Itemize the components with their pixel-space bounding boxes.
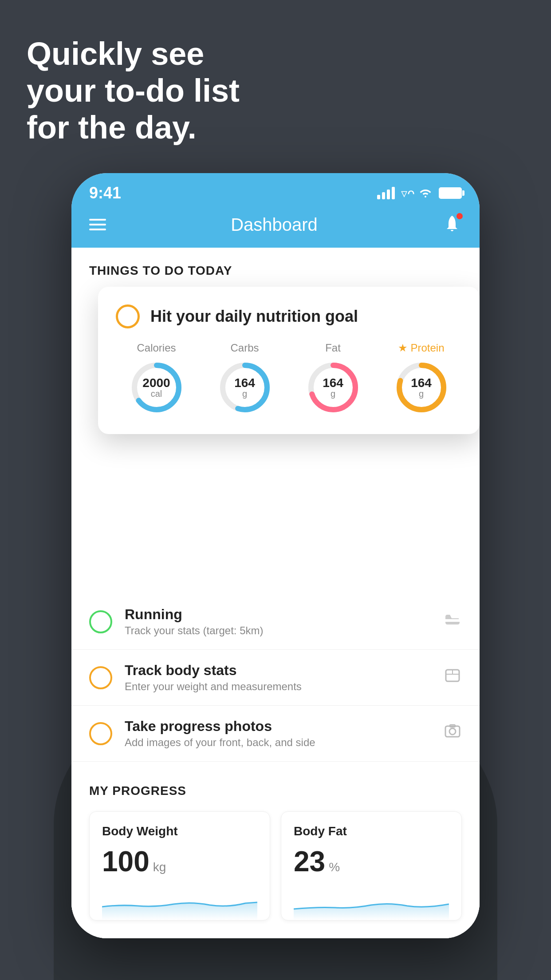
fat-label: Fat xyxy=(325,342,341,354)
running-title: Running xyxy=(125,606,431,623)
running-subtitle: Track your stats (target: 5km) xyxy=(125,624,431,637)
things-to-do-header: THINGS TO DO TODAY xyxy=(71,248,480,287)
svg-point-12 xyxy=(449,728,456,735)
body-weight-chart xyxy=(102,885,257,920)
scale-icon xyxy=(443,666,462,689)
wifi-icon: ▿ᴖ xyxy=(401,186,433,201)
shoe-icon xyxy=(443,610,462,633)
nutrition-card: Hit your daily nutrition goal Calories 2 xyxy=(98,287,480,434)
menu-button[interactable] xyxy=(89,219,106,230)
nutrition-grid: Calories 2000 cal xyxy=(116,342,462,416)
hero-text: Quickly see your to-do list for the day. xyxy=(27,36,240,146)
nav-bar: Dashboard xyxy=(71,205,480,248)
running-check xyxy=(89,610,112,633)
todo-list: Running Track your stats (target: 5km) T… xyxy=(71,443,480,762)
star-icon: ★ xyxy=(398,342,408,354)
notification-button[interactable] xyxy=(442,214,462,235)
calories-chart: 2000 cal xyxy=(128,359,185,416)
nutrition-protein: ★ Protein 164 g xyxy=(381,342,462,416)
nutrition-calories: Calories 2000 cal xyxy=(116,342,197,416)
body-weight-unit: kg xyxy=(153,860,166,874)
body-stats-text: Track body stats Enter your weight and m… xyxy=(125,662,431,693)
body-weight-title: Body Weight xyxy=(102,824,257,838)
card-title: Hit your daily nutrition goal xyxy=(150,307,358,326)
protein-label: ★ Protein xyxy=(398,342,444,354)
check-circle xyxy=(116,304,140,328)
body-fat-title: Body Fat xyxy=(294,824,449,838)
status-time: 9:41 xyxy=(89,184,121,202)
progress-cards: Body Weight 100 kg xyxy=(89,811,462,921)
status-icons: ▿ᴖ xyxy=(377,186,462,201)
carbs-chart: 164 g xyxy=(216,359,274,416)
body-fat-value: 23 xyxy=(294,847,325,876)
battery-icon xyxy=(439,187,462,199)
protein-chart: 164 g xyxy=(393,359,450,416)
nutrition-fat: Fat 164 g xyxy=(292,342,374,416)
fat-chart: 164 g xyxy=(304,359,362,416)
body-fat-chart xyxy=(294,885,449,920)
todo-running[interactable]: Running Track your stats (target: 5km) xyxy=(71,594,480,650)
phone-content: THINGS TO DO TODAY Hit your daily nutrit… xyxy=(71,248,480,938)
signal-icon xyxy=(377,187,395,199)
body-fat-card[interactable]: Body Fat 23 % xyxy=(281,811,462,921)
body-stats-check xyxy=(89,666,112,689)
photos-title: Take progress photos xyxy=(125,718,431,735)
body-weight-value: 100 xyxy=(102,847,150,876)
progress-title: MY PROGRESS xyxy=(89,784,462,798)
calories-label: Calories xyxy=(137,342,176,354)
todo-body-stats[interactable]: Track body stats Enter your weight and m… xyxy=(71,650,480,706)
nutrition-carbs: Carbs 164 g xyxy=(204,342,285,416)
running-text: Running Track your stats (target: 5km) xyxy=(125,606,431,637)
nav-title: Dashboard xyxy=(231,215,318,235)
photos-check xyxy=(89,722,112,745)
progress-section: MY PROGRESS Body Weight 100 kg xyxy=(71,762,480,938)
carbs-label: Carbs xyxy=(230,342,259,354)
phone-frame: 9:41 ▿ᴖ Dashboard xyxy=(71,173,480,938)
body-stats-subtitle: Enter your weight and measurements xyxy=(125,680,431,693)
body-fat-unit: % xyxy=(329,860,340,874)
photos-text: Take progress photos Add images of your … xyxy=(125,718,431,749)
photos-subtitle: Add images of your front, back, and side xyxy=(125,736,431,749)
body-stats-title: Track body stats xyxy=(125,662,431,679)
photo-icon xyxy=(443,722,462,745)
notification-dot xyxy=(456,212,464,220)
status-bar: 9:41 ▿ᴖ xyxy=(71,173,480,205)
body-weight-card[interactable]: Body Weight 100 kg xyxy=(89,811,270,921)
todo-photos[interactable]: Take progress photos Add images of your … xyxy=(71,706,480,762)
